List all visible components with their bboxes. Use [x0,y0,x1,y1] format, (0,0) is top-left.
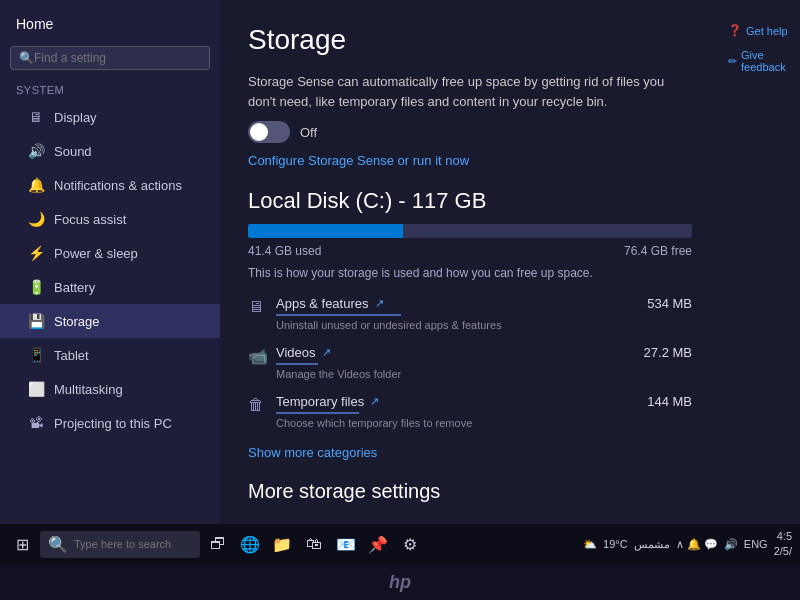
temp-display: 19°C [603,538,628,550]
category-temp: 🗑 Temporary files ↗ 144 MB Choose which … [248,394,692,429]
more-storage-title: More storage settings [248,480,692,503]
sidebar-home[interactable]: Home [0,8,220,40]
projecting-icon: 📽 [28,415,44,431]
apps-info: Apps & features ↗ 534 MB Uninstall unuse… [276,296,692,331]
storage-description: This is how your storage is used and how… [248,266,692,280]
storage-icon: 💾 [28,313,44,329]
weather-label: مشمس [634,538,670,551]
apps-size: 534 MB [647,296,692,311]
category-videos: 📹 Videos ↗ 27.2 MB Manage the Videos fol… [248,345,692,380]
mail-icon[interactable]: 📧 [332,530,360,558]
temp-name[interactable]: Temporary files ↗ [276,394,379,409]
notifications-icon: 🔔 [28,177,44,193]
videos-size: 27.2 MB [644,345,692,360]
folder-icon[interactable]: 📁 [268,530,296,558]
apps-link-icon: ↗ [375,297,384,310]
sidebar-item-label: Battery [54,280,95,295]
storage-bar-used [248,224,403,238]
sidebar-item-tablet[interactable]: 📱 Tablet [0,338,220,372]
category-apps: 🖥 Apps & features ↗ 534 MB Uninstall unu… [248,296,692,331]
sound-icon: 🔊 [28,143,44,159]
storage-sense-description: Storage Sense can automatically free up … [248,72,692,111]
sidebar-item-label: Multitasking [54,382,123,397]
hp-logo-bar: hp [0,564,800,600]
sidebar-section-label: System [0,76,220,100]
multitasking-icon: ⬜ [28,381,44,397]
sidebar-item-label: Display [54,110,97,125]
sidebar-item-storage[interactable]: 💾 Storage [0,304,220,338]
sidebar-item-sound[interactable]: 🔊 Sound [0,134,220,168]
toggle-knob [250,123,268,141]
pin-icon[interactable]: 📌 [364,530,392,558]
edge-icon[interactable]: 🌐 [236,530,264,558]
focus-icon: 🌙 [28,211,44,227]
sidebar-item-label: Power & sleep [54,246,138,261]
storage-sense-toggle[interactable] [248,121,290,143]
sidebar-item-display[interactable]: 🖥 Display [0,100,220,134]
feedback-icon: ✏ [728,55,737,68]
store-icon[interactable]: 🛍 [300,530,328,558]
free-label: 76.4 GB free [624,244,692,258]
right-panel: ❓ Get help ✏ Give feedback [720,0,800,524]
temp-size: 144 MB [647,394,692,409]
tablet-icon: 📱 [28,347,44,363]
temp-sub: Choose which temporary files to remove [276,417,692,429]
sidebar-item-notifications[interactable]: 🔔 Notifications & actions [0,168,220,202]
sidebar-item-label: Notifications & actions [54,178,182,193]
power-icon: ⚡ [28,245,44,261]
hp-logo: hp [389,572,411,593]
disk-title: Local Disk (C:) - 117 GB [248,188,692,214]
sidebar-item-label: Projecting to this PC [54,416,172,431]
clock: 4:5 2/5/ [774,529,792,560]
videos-icon: 📹 [248,347,276,366]
task-view-button[interactable]: 🗗 [204,530,232,558]
volume-icon: 🔊 [724,538,738,551]
clock-time: 4:5 [774,529,792,544]
videos-bar [276,363,318,365]
videos-link-icon: ↗ [322,346,331,359]
sidebar-item-label: Sound [54,144,92,159]
search-icon: 🔍 [19,51,34,65]
videos-top: Videos ↗ 27.2 MB [276,345,692,360]
help-icon: ❓ [728,24,742,37]
temp-top: Temporary files ↗ 144 MB [276,394,692,409]
weather-icon: ⛅ [583,538,597,551]
start-button[interactable]: ⊞ [8,530,36,558]
apps-name[interactable]: Apps & features ↗ [276,296,384,311]
sidebar-item-power[interactable]: ⚡ Power & sleep [0,236,220,270]
get-help-link[interactable]: ❓ Get help [728,24,788,37]
apps-icon: 🖥 [248,298,276,316]
storage-sense-toggle-row: Off [248,121,692,143]
sidebar-item-projecting[interactable]: 📽 Projecting to this PC [0,406,220,440]
taskbar-search-icon: 🔍 [48,535,68,554]
apps-sub: Uninstall unused or undesired apps & fea… [276,319,692,331]
sidebar-item-battery[interactable]: 🔋 Battery [0,270,220,304]
clock-date: 2/5/ [774,544,792,559]
taskbar-search-input[interactable] [74,538,174,550]
toggle-label: Off [300,125,317,140]
sidebar-item-multitasking[interactable]: ⬜ Multitasking [0,372,220,406]
videos-sub: Manage the Videos folder [276,368,692,380]
sidebar-item-label: Tablet [54,348,89,363]
used-label: 41.4 GB used [248,244,321,258]
taskbar-search-box[interactable]: 🔍 [40,531,200,558]
taskbar: ⊞ 🔍 🗗 🌐 📁 🛍 📧 📌 ⚙ ⛅ 19°C مشمس ∧ 🔔 💬 🔊 EN… [0,524,800,564]
show-more-link[interactable]: Show more categories [248,445,377,460]
system-tray: ⛅ 19°C مشمس ∧ 🔔 💬 🔊 ENG 4:5 2/5/ [583,529,792,560]
search-input[interactable] [34,51,201,65]
configure-storage-sense-link[interactable]: Configure Storage Sense or run it now [248,153,469,168]
sidebar: Home 🔍 System 🖥 Display 🔊 Sound 🔔 Notifi… [0,0,220,524]
videos-name[interactable]: Videos ↗ [276,345,331,360]
temp-info: Temporary files ↗ 144 MB Choose which te… [276,394,692,429]
temp-link-icon: ↗ [370,395,379,408]
sidebar-item-label: Storage [54,314,100,329]
system-icons: ∧ 🔔 💬 [676,538,718,551]
page-title: Storage [248,24,692,56]
sidebar-item-focus[interactable]: 🌙 Focus assist [0,202,220,236]
give-feedback-link[interactable]: ✏ Give feedback [728,49,792,73]
sidebar-search-box[interactable]: 🔍 [10,46,210,70]
storage-bar-container [248,224,692,238]
temp-bar [276,412,359,414]
videos-info: Videos ↗ 27.2 MB Manage the Videos folde… [276,345,692,380]
settings-icon[interactable]: ⚙ [396,530,424,558]
